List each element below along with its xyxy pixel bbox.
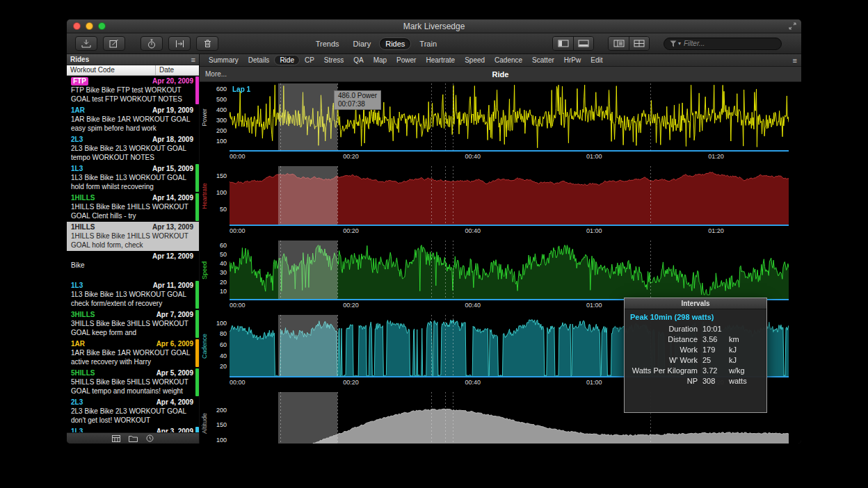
ride-description: 1HILLS Bike Bike 1HILLS WORKOUT GOAL hol… [71, 231, 193, 250]
ride-list-item[interactable]: 1L3Apr 15, 20091L3 Bike Bike 1L3 WORKOUT… [67, 163, 199, 193]
ride-list-item[interactable]: 1HILLSApr 14, 20091HILLS Bike Bike 1HILL… [67, 193, 199, 222]
ride-list-item[interactable]: 1L3Apr 3, 2009 [67, 426, 199, 432]
ride-color-edge [195, 368, 199, 396]
panel-left-icon [558, 40, 569, 47]
panel-left-button[interactable] [553, 37, 573, 50]
column-header-date[interactable]: Date [156, 65, 199, 75]
app-window: Mark Liversedge TrendsDiaryRidesTrain [67, 19, 801, 444]
metric-unit: kJ [729, 355, 761, 366]
edit-button[interactable] [103, 36, 125, 51]
sidebar-footer [67, 432, 199, 444]
table-icon[interactable] [112, 435, 120, 442]
ride-list-item[interactable]: 3HILLSApr 7, 20093HILLS Bike Bike 3HILLS… [67, 309, 199, 339]
ride-workout-code: 1AR [71, 340, 85, 348]
heartrate-canvas[interactable] [230, 166, 789, 226]
ytick-label: 500 [216, 96, 227, 103]
power-plot[interactable]: Lap 1486.0 Power00:07:38 [230, 83, 789, 152]
tab-cp[interactable]: CP [300, 56, 319, 65]
ride-workout-code: 2L3 [71, 136, 83, 144]
tab-summary[interactable]: Summary [204, 56, 243, 65]
caret-down-icon[interactable]: ▾ [678, 40, 681, 47]
heartrate-ytick-labels: 50100150 [209, 166, 230, 226]
column-header-workout-code[interactable]: Workout Code [67, 65, 156, 75]
tab-edit[interactable]: Edit [586, 56, 607, 65]
metric-label: Work [630, 345, 702, 355]
intervals-popup-title[interactable]: Intervals [625, 298, 766, 309]
folder-icon[interactable] [129, 435, 138, 442]
ride-color-edge [195, 310, 199, 338]
ride-list-item[interactable]: 1L3Apr 11, 20091L3 Bike Bike 1L3 WORKOUT… [67, 280, 199, 309]
tab-scatter[interactable]: Scatter [527, 56, 559, 65]
tab-power[interactable]: Power [392, 56, 421, 65]
tab-details[interactable]: Details [243, 56, 275, 65]
tab-cadence[interactable]: Cadence [490, 56, 527, 65]
tab-speed[interactable]: Speed [460, 56, 490, 65]
expand-icon[interactable] [789, 22, 796, 30]
ytick-label: 200 [216, 407, 227, 414]
power-canvas[interactable] [230, 83, 789, 152]
ride-header-line: 2L3Apr 4, 2009 [71, 398, 193, 407]
columns-view-button[interactable] [609, 37, 629, 50]
speed-plot[interactable] [230, 241, 789, 300]
content: Rides ≡ Workout Code Date FTPApr 20, 200… [67, 54, 801, 444]
tab-heartrate[interactable]: Heartrate [421, 56, 460, 65]
heartrate-plot[interactable] [230, 166, 789, 226]
ride-date: Apr 11, 2009 [153, 282, 193, 290]
filter-field[interactable]: ▾ [664, 38, 782, 50]
delete-button[interactable] [196, 36, 218, 51]
ytick-label: 150 [216, 421, 227, 428]
clock-icon[interactable] [146, 434, 154, 442]
heartrate-axis-label: Heartrate [200, 166, 209, 226]
ride-list-item[interactable]: 1HILLSApr 13, 20091HILLS Bike Bike 1HILL… [67, 222, 199, 251]
ride-list-item[interactable]: 1ARApr 19, 20091AR Bike Bike 1AR WORKOUT… [67, 105, 199, 134]
tab-stress[interactable]: Stress [319, 56, 348, 65]
stopwatch-button[interactable] [140, 36, 163, 51]
titlebar[interactable]: Mark Liversedge [67, 19, 801, 33]
view-tab-train[interactable]: Train [414, 38, 442, 49]
xtick-label: 00:20 [343, 379, 359, 386]
ride-header-line: 1ARApr 6, 2009 [71, 340, 193, 348]
grid-view-button[interactable] [629, 37, 649, 50]
ride-date: Apr 20, 2009 [152, 77, 193, 86]
menu-icon[interactable]: ≡ [793, 57, 797, 64]
window-title: Mark Liversedge [67, 22, 801, 31]
view-tab-diary[interactable]: Diary [348, 38, 377, 49]
ride-list-item[interactable]: FTPApr 20, 2009FTP Bike Bike FTP test WO… [67, 76, 199, 105]
tab-hrpw[interactable]: HrPw [559, 56, 586, 65]
page-title: Ride [200, 70, 801, 79]
speed-canvas[interactable] [230, 241, 789, 300]
cadence-axis-label-text: Cadence [201, 334, 208, 359]
panel-bottom-button[interactable] [573, 37, 593, 50]
ytick-label: 20 [220, 279, 227, 286]
ride-list-item[interactable]: 5HILLSApr 5, 20095HILLS Bike Bike 5HILLS… [67, 368, 199, 397]
filter-input[interactable] [684, 40, 775, 47]
tab-ride[interactable]: Ride [274, 55, 300, 65]
stopwatch-icon [147, 39, 156, 49]
rides-sidebar: Rides ≡ Workout Code Date FTPApr 20, 200… [67, 54, 200, 444]
ride-list-item[interactable]: Apr 12, 2009Bike [67, 251, 199, 280]
metric-unit: km [729, 334, 761, 345]
ride-list-item[interactable]: 2L3Apr 18, 20092L3 Bike Bike 2L3 WORKOUT… [67, 134, 199, 163]
ride-list-item[interactable]: 2L3Apr 4, 20092L3 Bike Bike 2L3 WORKOUT … [67, 397, 199, 426]
xtick-label: 01:20 [708, 227, 724, 234]
view-style-segment [608, 36, 650, 51]
xtick-label: 00:00 [230, 227, 246, 234]
ride-list-item[interactable]: 1ARApr 6, 20091AR Bike Bike 1AR WORKOUT … [67, 339, 199, 368]
view-tab-rides[interactable]: Rides [379, 38, 411, 50]
save-button[interactable] [75, 36, 97, 51]
ride-date: Apr 3, 2009 [156, 428, 193, 432]
intervals-button[interactable] [168, 36, 191, 51]
metric-unit: w/kg [729, 366, 761, 376]
ride-date: Apr 19, 2009 [152, 106, 193, 115]
ride-date: Apr 18, 2009 [152, 136, 193, 144]
menu-icon[interactable]: ≡ [191, 56, 195, 63]
xtick-label: 01:00 [586, 302, 602, 309]
tab-map[interactable]: Map [369, 56, 392, 65]
view-tab-trends[interactable]: Trends [310, 38, 345, 49]
ytick-label: 80 [220, 330, 227, 337]
tab-qa[interactable]: QA [348, 56, 368, 65]
ride-color-edge [195, 427, 199, 432]
xtick-label: 00:40 [465, 227, 481, 234]
panel-title-bar: More... Ride [200, 67, 801, 82]
speed-axis-label: Speed [200, 241, 209, 300]
